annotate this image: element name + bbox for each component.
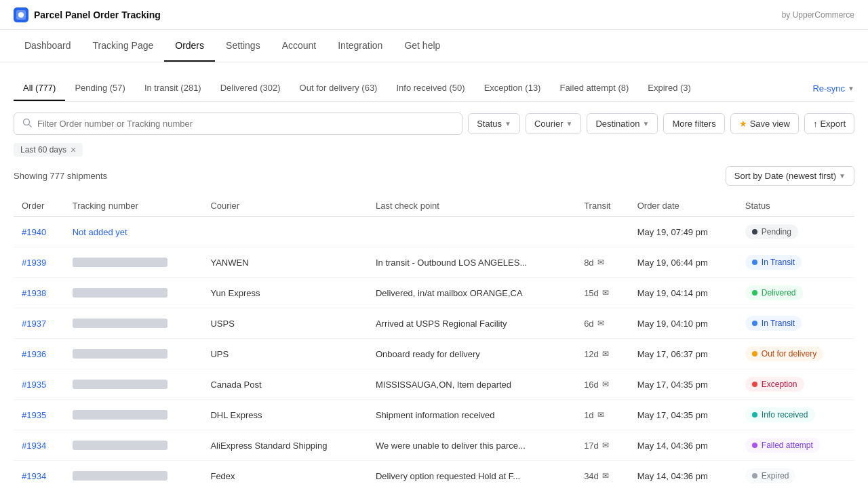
export-button[interactable]: ↑ Export <box>804 113 854 134</box>
mail-icon: ✉ <box>602 471 609 481</box>
tracking-link[interactable]: UG•••••••••••••••• <box>73 258 167 268</box>
nav-item-dashboard[interactable]: Dashboard <box>14 30 82 62</box>
order-date-cell: May 19, 07:49 pm <box>629 217 737 247</box>
destination-filter-button[interactable]: Destination ▼ <box>587 113 658 134</box>
order-link[interactable]: #1940 <box>22 227 46 237</box>
table-row: #193457••••••••••••••••FedexDelivery opt… <box>14 461 854 489</box>
tracking-link[interactable]: 10•••••••••••••••• <box>73 380 167 390</box>
checkpoint-cell: We were unable to deliver this parce... <box>368 430 576 461</box>
tab-actions: Re-sync ▼ <box>812 76 854 101</box>
tracking-not-added: Not added yet <box>73 227 127 237</box>
status-cell: Failed attempt <box>737 430 854 461</box>
tag-close-button[interactable]: × <box>71 145 76 155</box>
tracking-link[interactable]: YT•••••••••••••••• <box>73 288 167 298</box>
table-row: #1938YT••••••••••••••••Yun ExpressDelive… <box>14 278 854 308</box>
col-courier: Courier <box>202 195 367 217</box>
mail-icon: ✉ <box>597 319 604 328</box>
transit-value: 16d <box>584 380 599 390</box>
tab-expired[interactable]: Expired (3) <box>638 76 701 101</box>
table-header: Order Tracking number Courier Last check… <box>14 195 854 217</box>
tracking-link[interactable]: 94•••••••••••••••• <box>73 319 167 329</box>
status-dot <box>752 229 757 235</box>
transit-value: 1d <box>584 410 593 420</box>
main-content: All (777) Pending (57) In transit (281) … <box>0 62 868 488</box>
nav-item-tracking-page[interactable]: Tracking Page <box>82 30 165 62</box>
nav-item-account[interactable]: Account <box>271 30 328 62</box>
tracking-link[interactable]: 84•••••••••••••••• <box>73 410 167 420</box>
order-cell: #1939 <box>14 247 64 278</box>
showing-text: Showing 777 shipments <box>14 171 107 181</box>
order-date-cell: May 19, 04:14 pm <box>629 278 737 308</box>
table-row: #1940Not added yetMay 19, 07:49 pmPendin… <box>14 217 854 247</box>
status-badge: Info received <box>745 407 815 422</box>
save-view-button[interactable]: ★ Save view <box>730 113 799 134</box>
status-badge: In Transit <box>745 316 802 331</box>
order-link[interactable]: #1934 <box>22 471 46 481</box>
resync-button[interactable]: Re-sync ▼ <box>812 78 854 99</box>
tab-delivered[interactable]: Delivered (302) <box>211 76 290 101</box>
search-icon <box>22 118 32 129</box>
tab-failed[interactable]: Failed attempt (8) <box>550 76 638 101</box>
tracking-cell: Not added yet <box>64 217 203 247</box>
nav-item-orders[interactable]: Orders <box>164 30 215 62</box>
tab-exception[interactable]: Exception (13) <box>475 76 551 101</box>
star-icon: ★ <box>739 119 747 129</box>
status-cell: Delivered <box>737 278 854 308</box>
tab-pending[interactable]: Pending (57) <box>65 76 134 101</box>
mail-icon: ✉ <box>597 258 604 267</box>
status-cell: Expired <box>737 461 854 489</box>
status-filter-button[interactable]: Status ▼ <box>468 113 520 134</box>
order-link[interactable]: #1938 <box>22 288 46 298</box>
order-cell: #1935 <box>14 369 64 400</box>
order-link[interactable]: #1935 <box>22 410 46 420</box>
status-badge: Pending <box>745 224 798 239</box>
transit-cell: 34d✉ <box>576 461 629 489</box>
tracking-link[interactable]: 1Z•••••••••••••••• <box>73 349 167 359</box>
tracking-link[interactable]: LW•••••••••••••••• <box>73 441 167 451</box>
order-link[interactable]: #1935 <box>22 380 46 390</box>
col-checkpoint: Last check point <box>368 195 576 217</box>
status-label: Out for delivery <box>762 349 816 359</box>
status-cell: Info received <box>737 400 854 430</box>
search-input[interactable] <box>37 119 454 129</box>
courier-filter-button[interactable]: Courier ▼ <box>526 113 582 134</box>
sort-button[interactable]: Sort by Date (newest first) ▼ <box>726 166 854 186</box>
transit-cell: 17d✉ <box>576 430 629 461</box>
status-cell: Out for delivery <box>737 339 854 369</box>
tracking-link[interactable]: 57•••••••••••••••• <box>73 471 167 481</box>
order-link[interactable]: #1939 <box>22 258 46 268</box>
order-link[interactable]: #1936 <box>22 349 46 359</box>
nav-item-get-help[interactable]: Get help <box>393 30 451 62</box>
tab-info-received[interactable]: Info received (50) <box>387 76 474 101</box>
tab-all[interactable]: All (777) <box>14 76 65 101</box>
svg-line-4 <box>29 125 32 127</box>
sort-chevron-icon: ▼ <box>839 172 846 180</box>
status-badge: Failed attempt <box>745 438 820 453</box>
order-link[interactable]: #1937 <box>22 319 46 329</box>
transit-cell: 12d✉ <box>576 339 629 369</box>
mail-icon: ✉ <box>602 288 609 298</box>
col-tracking: Tracking number <box>64 195 203 217</box>
checkpoint-cell: Shipment information received <box>368 400 576 430</box>
status-badge: In Transit <box>745 255 802 270</box>
tab-in-transit[interactable]: In transit (281) <box>135 76 211 101</box>
tracking-cell: UG•••••••••••••••• <box>64 247 203 278</box>
status-dot <box>752 443 757 448</box>
status-badge: Delivered <box>745 285 803 300</box>
nav-item-settings[interactable]: Settings <box>215 30 271 62</box>
mail-icon: ✉ <box>602 349 609 359</box>
nav-item-integration[interactable]: Integration <box>327 30 393 62</box>
mail-icon: ✉ <box>602 380 609 389</box>
order-link[interactable]: #1934 <box>22 441 46 451</box>
more-filters-button[interactable]: More filters <box>663 113 724 134</box>
col-status: Status <box>737 195 854 217</box>
courier-cell: USPS <box>202 308 367 339</box>
tab-out-delivery[interactable]: Out for delivery (63) <box>290 76 387 101</box>
order-date-cell: May 17, 04:35 pm <box>629 400 737 430</box>
table-row: #193510••••••••••••••••Canada PostMISSIS… <box>14 369 854 400</box>
order-cell: #1938 <box>14 278 64 308</box>
tracking-cell: LW•••••••••••••••• <box>64 430 203 461</box>
checkpoint-cell <box>368 217 576 247</box>
export-icon: ↑ <box>813 119 818 129</box>
transit-cell: 1d✉ <box>576 400 629 430</box>
